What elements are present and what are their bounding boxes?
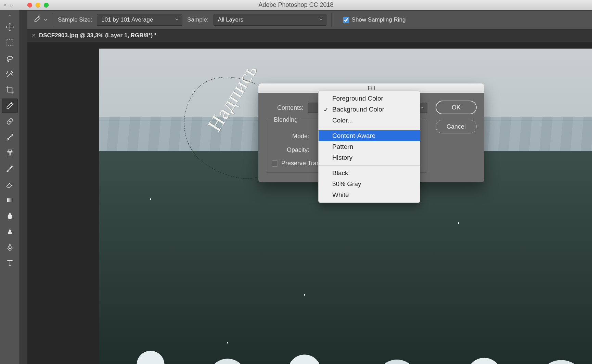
options-bar: Sample Size: 101 by 101 Average Sample: … — [27, 10, 592, 29]
chevron-down-icon — [420, 105, 424, 110]
menu-item-background-color[interactable]: Background Color — [319, 104, 420, 115]
svg-point-2 — [6, 73, 7, 74]
quick-selection-tool[interactable] — [2, 67, 18, 81]
zoom-window-button[interactable] — [44, 3, 49, 8]
gradient-tool[interactable] — [2, 193, 18, 207]
menu-item-content-aware[interactable]: Content-Aware — [319, 130, 420, 141]
panel-close-icon[interactable]: × — [3, 2, 6, 8]
sample-size-label: Sample Size: — [58, 16, 92, 23]
menu-separator — [319, 165, 420, 166]
chevron-down-icon — [175, 16, 179, 23]
sample-size-value: 101 by 101 Average — [101, 16, 153, 23]
type-tool[interactable] — [2, 256, 18, 270]
eyedropper-tool[interactable] — [2, 99, 18, 113]
menu-item-black[interactable]: Black — [319, 168, 420, 179]
cancel-button[interactable]: Cancel — [436, 120, 477, 133]
blending-legend: Blending — [272, 116, 300, 124]
svg-point-1 — [7, 72, 8, 72]
crop-tool[interactable] — [2, 83, 18, 97]
contents-label: Contents: — [266, 104, 304, 112]
tab-close-button[interactable]: × — [32, 32, 36, 39]
show-sampling-ring-checkbox[interactable]: Show Sampling Ring — [343, 16, 406, 23]
sample-size-select[interactable]: 101 by 101 Average — [97, 14, 182, 26]
dodge-tool[interactable] — [2, 224, 18, 239]
eyedropper-icon — [34, 15, 41, 25]
svg-rect-4 — [7, 198, 13, 202]
image-region — [99, 261, 592, 364]
chevron-down-icon — [43, 17, 48, 22]
mode-label: Mode: — [272, 133, 309, 140]
history-brush-tool[interactable] — [2, 161, 18, 176]
brush-tool[interactable] — [2, 130, 18, 144]
show-sampling-ring-input[interactable] — [343, 17, 349, 23]
tools-panel: ›› — [0, 10, 20, 364]
clone-stamp-tool[interactable] — [2, 146, 18, 160]
sample-value: All Layers — [218, 16, 244, 23]
move-tool[interactable] — [2, 20, 18, 34]
menu-item-50-gray[interactable]: 50% Gray — [319, 179, 420, 190]
lasso-tool[interactable] — [2, 51, 18, 66]
menu-item-color[interactable]: Color... — [319, 115, 420, 126]
checkbox-icon — [272, 160, 278, 167]
panel-tab-strip: × ›› — [0, 0, 16, 10]
sample-select[interactable]: All Layers — [214, 14, 326, 26]
app-title: Adobe Photoshop CC 2018 — [258, 1, 333, 9]
collapse-arrows-icon[interactable]: ›› — [0, 12, 20, 18]
separator — [53, 13, 53, 27]
eraser-tool[interactable] — [2, 177, 18, 192]
ok-button[interactable]: OK — [436, 101, 477, 114]
opacity-label: Opacity: — [272, 146, 309, 154]
close-window-button[interactable] — [27, 3, 32, 8]
titlebar: × ›› Adobe Photoshop CC 2018 — [0, 0, 592, 10]
minimize-window-button[interactable] — [36, 3, 40, 8]
contents-dropdown-menu: Foreground Color Background Color Color.… — [318, 91, 420, 203]
blur-tool[interactable] — [2, 209, 18, 223]
menu-item-pattern[interactable]: Pattern — [319, 141, 420, 152]
svg-rect-0 — [7, 40, 13, 46]
document-tabs: × DSCF2903.jpg @ 33,3% (Layer 1, RGB/8*)… — [27, 29, 592, 42]
menu-item-white[interactable]: White — [319, 190, 420, 200]
spot-healing-tool[interactable] — [2, 114, 18, 129]
pen-tool[interactable] — [2, 240, 18, 255]
separator — [331, 13, 332, 27]
panel-expand-icon[interactable]: ›› — [10, 2, 13, 8]
menu-item-foreground-color[interactable]: Foreground Color — [319, 93, 420, 104]
sample-label: Sample: — [187, 16, 208, 23]
window-controls — [27, 3, 49, 8]
marquee-tool[interactable] — [2, 36, 18, 50]
show-sampling-ring-label: Show Sampling Ring — [352, 16, 406, 23]
menu-separator — [319, 128, 420, 128]
menu-item-history[interactable]: History — [319, 152, 420, 163]
current-tool-indicator[interactable] — [34, 15, 48, 25]
document-tab-title[interactable]: DSCF2903.jpg @ 33,3% (Layer 1, RGB/8*) * — [39, 32, 156, 39]
chevron-down-icon — [319, 16, 323, 23]
